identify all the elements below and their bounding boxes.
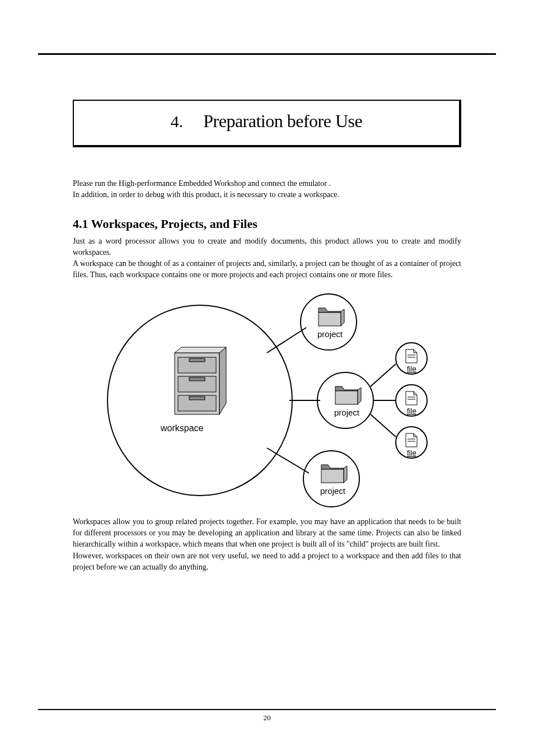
svg-rect-9 [189,396,205,400]
project-label-bot: project [320,486,346,496]
section-para-1: Just as a word processor allows you to c… [73,236,461,259]
svg-rect-24 [321,469,344,483]
svg-marker-36 [414,391,417,395]
chapter-title-box: 4. Preparation before Use [73,100,461,147]
svg-line-12 [267,448,309,473]
section-para-3: Workspaces allow you to group related pr… [73,516,461,550]
section-para-4: However, workspaces on their own are not… [73,550,461,573]
svg-marker-41 [414,433,417,437]
section-heading: 4.1 Workspaces, Projects, and Files [73,217,461,231]
file-label-bot: file [407,449,416,457]
chapter-number: 4. [171,112,184,130]
folder-icon [318,308,344,326]
workspace-label: workspace [160,423,204,433]
svg-rect-5 [189,358,205,362]
svg-marker-23 [321,465,344,469]
page-number: 20 [38,713,496,722]
svg-marker-25 [344,466,347,483]
svg-marker-31 [414,349,417,353]
svg-rect-15 [318,312,341,326]
svg-line-26 [371,364,396,386]
file-label-top: file [407,365,416,373]
svg-line-10 [267,328,306,353]
workspace-diagram: workspace project project project [99,291,435,510]
file-icon [406,433,417,447]
file-icon [406,391,417,405]
intro-line-1: Please run the High-performance Embedded… [73,178,461,189]
folder-icon [335,386,361,404]
section-para-2: A workspace can be thought of as a conta… [73,258,461,281]
top-horizontal-rule [38,53,496,55]
intro-paragraph: Please run the High-performance Embedded… [73,178,461,201]
svg-marker-21 [358,388,361,404]
svg-marker-2 [175,347,226,353]
svg-line-28 [371,414,396,437]
file-label-mid: file [407,407,416,415]
intro-line-2: In addition, in order to debug with this… [73,189,461,200]
svg-rect-7 [189,377,205,381]
workspace-icon [175,347,226,414]
chapter-title: Preparation before Use [203,111,362,131]
project-label-top: project [317,329,343,339]
svg-marker-19 [335,386,358,391]
svg-rect-20 [335,391,358,404]
project-label-mid: project [334,408,360,417]
svg-marker-3 [219,347,226,414]
bottom-horizontal-rule [38,709,496,710]
file-icon [406,349,417,363]
folder-icon [321,465,347,483]
page-footer: 20 [38,709,496,722]
